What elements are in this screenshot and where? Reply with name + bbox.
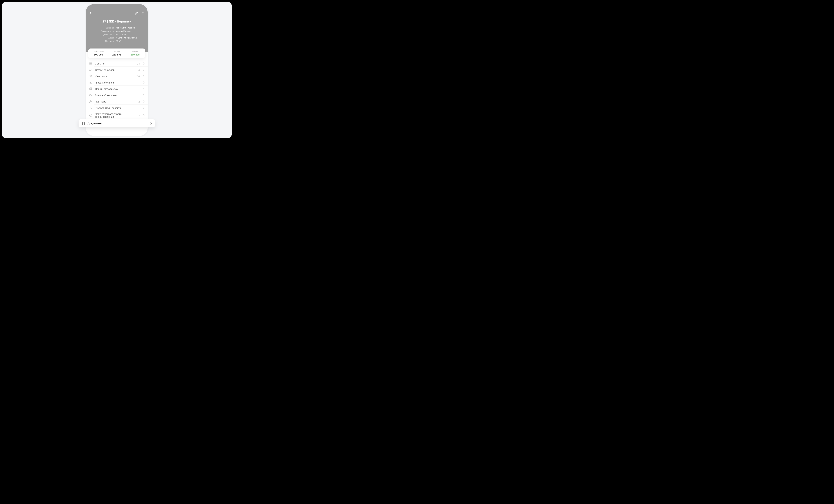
svg-point-16 (90, 100, 91, 101)
phone-frame: 27 | ЖК «Берлин» Заказчик Константин Ива… (86, 4, 148, 136)
chevron-right-icon (143, 75, 145, 77)
svg-point-0 (142, 14, 143, 15)
svg-point-6 (90, 64, 90, 65)
info-label: Площадь (89, 40, 114, 42)
list-icon (89, 62, 92, 65)
canvas: 27 | ЖК «Берлин» Заказчик Константин Ива… (2, 2, 232, 138)
balance-label: Поступление (89, 50, 108, 52)
menu-label: Общий фотоальбом (95, 88, 140, 90)
info-row-manager: Руководитель Исаков Кирилл (89, 30, 144, 32)
svg-rect-9 (90, 83, 90, 84)
menu-label: Документы (88, 122, 148, 125)
info-value: 26.05.2024 (116, 33, 127, 36)
info-row-area: Площадь 80 м² (89, 40, 144, 42)
menu-item-agents[interactable]: Получатели агентского вознаграждения 2 (86, 111, 148, 120)
chevron-right-icon (143, 100, 145, 103)
menu-label: Руководитель проекта (95, 107, 141, 109)
info-label: Дата сдачи (89, 33, 114, 36)
menu-label: Видеонаблюдение (95, 94, 141, 97)
menu-item-documents[interactable]: Документы (79, 119, 155, 127)
svg-rect-10 (90, 82, 91, 84)
menu-count: 4 (138, 69, 140, 71)
menu-count: 2 (138, 114, 140, 117)
edit-button[interactable] (135, 12, 138, 15)
svg-point-5 (90, 63, 90, 64)
svg-point-17 (91, 101, 92, 102)
info-value: 80 м² (116, 40, 121, 42)
menu-item-participants[interactable]: Участники 10 (86, 73, 148, 79)
info-value: Исаков Кирилл (116, 30, 131, 32)
project-title: 27 | ЖК «Берлин» (89, 20, 144, 23)
menu-item-events[interactable]: События 14 (86, 60, 148, 67)
info-row-customer: Заказчик Константин Иванов (89, 27, 144, 29)
video-icon (89, 93, 92, 97)
menu-label: Участники (95, 75, 135, 78)
menu-label: График баланса (95, 81, 141, 84)
inbox-icon (89, 68, 92, 71)
balance-value: 230 575 (108, 53, 126, 56)
users-icon (89, 74, 92, 78)
project-header: 27 | ЖК «Берлин» Заказчик Константин Ива… (86, 4, 148, 52)
menu-count: 14 (137, 62, 140, 65)
gallery-icon (89, 87, 92, 91)
svg-rect-11 (91, 83, 92, 84)
chevron-right-icon (143, 69, 145, 71)
svg-point-7 (90, 75, 91, 76)
chevron-right-icon (150, 122, 152, 125)
pencil-icon (135, 12, 138, 15)
balance-balance: Баланс 269 425 (126, 50, 144, 56)
balance-label: Баланс (126, 50, 144, 52)
menu-item-photos[interactable]: Общий фотоальбом (86, 86, 148, 92)
menu-list: События 14 Статьи расходов 4 Участники 1… (86, 52, 148, 120)
menu-count: 10 (137, 75, 140, 78)
menu-label: Партнеры (95, 100, 136, 103)
balance-card: Поступление 500 000 Расход 230 575 Балан… (88, 48, 145, 58)
menu-label: Получатели агентского вознаграждения (95, 113, 136, 118)
menu-item-pm[interactable]: Руководитель проекта (86, 105, 148, 111)
chevron-right-icon (143, 114, 145, 116)
help-button[interactable] (141, 12, 144, 15)
users-icon (89, 100, 92, 103)
menu-label: События (95, 62, 135, 65)
balance-value: 500 000 (89, 53, 108, 56)
bar-chart-icon (89, 81, 92, 84)
user-icon (89, 106, 92, 110)
chevron-right-icon (143, 81, 145, 84)
balance-expense: Расход 230 575 (108, 50, 126, 56)
menu-label: Статьи расходов (95, 69, 136, 71)
svg-rect-15 (90, 94, 91, 96)
svg-point-18 (90, 107, 91, 108)
info-value: Константин Иванов (116, 27, 135, 29)
chevron-right-icon (143, 62, 145, 65)
info-label: Руководитель (89, 30, 114, 32)
info-row-due: Дата сдачи 26.05.2024 (89, 33, 144, 36)
chevron-left-icon (89, 12, 92, 15)
external-arrow-icon (142, 88, 145, 90)
address-link[interactable]: г. Сочи, ул. Красная, 5 (116, 37, 137, 39)
info-row-address: Адрес г. Сочи, ул. Красная, 5 (89, 37, 144, 39)
menu-item-partners[interactable]: Партнеры 2 (86, 98, 148, 105)
menu-item-chart[interactable]: График баланса (86, 79, 148, 86)
menu-count: 2 (138, 100, 140, 103)
chevron-right-icon (143, 107, 145, 109)
balance-value: 269 425 (126, 53, 144, 56)
info-label: Адрес (89, 37, 114, 39)
svg-point-14 (90, 89, 91, 89)
back-button[interactable] (89, 12, 92, 15)
upload-circle-icon (89, 114, 92, 117)
balance-label: Расход (108, 50, 126, 52)
menu-item-categories[interactable]: Статьи расходов 4 (86, 67, 148, 73)
question-icon (141, 12, 144, 15)
menu-item-cctv[interactable]: Видеонаблюдение (86, 92, 148, 98)
svg-point-4 (90, 63, 90, 63)
document-icon (82, 121, 85, 125)
svg-point-8 (91, 75, 92, 76)
balance-income: Поступление 500 000 (89, 50, 108, 56)
chevron-right-icon (143, 94, 145, 96)
info-label: Заказчик (89, 27, 114, 29)
